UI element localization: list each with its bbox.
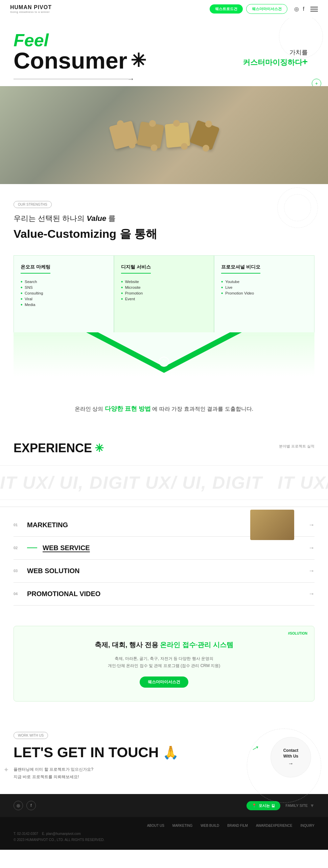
footer-social: ◎ f — [14, 801, 36, 810]
service-num-0: 01 — [14, 523, 27, 527]
card-item: Live — [221, 285, 307, 289]
footer-link-5[interactable]: INQUIRY — [301, 824, 315, 827]
service-name-1: WEB SERVICE — [43, 544, 308, 552]
strengths-deco-ring-inner — [284, 194, 311, 221]
contact-circle-arrow: → — [288, 761, 294, 767]
map-icon: 📍 — [252, 803, 257, 808]
solution-btn[interactable]: 웨스더마이서스건 — [140, 676, 188, 688]
clock-icon: ⏱ — [159, 357, 169, 367]
card-item: Microsite — [121, 285, 207, 289]
arrow-line — [14, 79, 128, 79]
hero-tagline: 가치를 커스터마이징하다+ — [243, 48, 308, 68]
arrow-icon-1: → — [308, 544, 314, 552]
arrow-icon-3: → — [308, 590, 314, 597]
service-list-item-3[interactable]: 04 PROMOTIONAL VIDEO → — [14, 583, 314, 606]
footer-link-0[interactable]: ABOUT US — [147, 824, 164, 827]
footer-link-3[interactable]: BRAND FILM — [227, 824, 248, 827]
header: HUMAN PIVOT Going steadiness to a winner… — [0, 0, 328, 18]
contact-circle[interactable]: ContactWith Us → — [271, 737, 311, 777]
strengths-badge: OUR STRENGTHS — [14, 201, 52, 208]
hero-arrow-line — [14, 79, 318, 79]
plus-icon: + — [315, 81, 318, 86]
experience-section: EXPERIENCE ✳ 분야별 프로젝트 실적 — [0, 431, 328, 459]
card-title-2: 프로모셔널 비디오 — [221, 264, 260, 274]
hero-asterisk: ✳ — [131, 51, 146, 70]
puzzle-visual — [112, 123, 216, 147]
footer-bottom: ABOUT US MARKETING WEB BUILD BRAND FILM … — [0, 817, 328, 850]
strengths-title1: 우리는 선택된 하나의 Value 를 — [14, 213, 314, 224]
card-item: Promotion Video — [221, 291, 307, 295]
footer-link-1[interactable]: MARKETING — [172, 824, 192, 827]
card-item: Viral — [21, 297, 107, 301]
strengths-title2: Value-Customizing 을 통해 — [14, 226, 314, 242]
puzzle-3 — [165, 122, 190, 148]
nav-btn-2[interactable]: 웨스더마이서스건 — [246, 4, 287, 14]
footer-link-4[interactable]: AWARD&EXPERIENCE — [256, 824, 292, 827]
card-list-2: Youtube Live Promotion Video — [221, 280, 307, 295]
hero-tagline-bottom: 커스터마이징하다+ — [243, 56, 308, 68]
dash-1 — [27, 547, 37, 548]
experience-star: ✳ — [95, 442, 104, 455]
footer-links: ABOUT US MARKETING WEB BUILD BRAND FILM … — [14, 824, 314, 827]
family-site-arrow[interactable]: ▼ — [310, 803, 314, 808]
header-icons: ◎ f — [294, 6, 304, 12]
service-cards: 온오프 마케팅 Search SNS Consulting Viral Medi… — [14, 255, 314, 336]
service-list-item-0[interactable]: 01 MARKETING → — [14, 514, 314, 537]
nav-btn-1[interactable]: 웨스트로드건 — [210, 4, 243, 14]
hero-consumer-text: Consumer — [14, 49, 127, 72]
card-title-1: 디지털 서비스 — [121, 264, 151, 274]
solution-desc: 축제, 마라톤, 골기, 축구, 자전거 등 다양한 행사 운영의 개인·단체 … — [24, 655, 304, 670]
service-name-2: WEB SOLUTION — [27, 567, 308, 575]
service-image-0 — [250, 510, 294, 540]
hamburger-menu[interactable] — [310, 7, 318, 11]
footer-visit-btn[interactable]: 📍 오시는 길 — [247, 801, 280, 810]
card-item: Youtube — [221, 280, 307, 284]
cards-bottom-arrow: ⏱ — [14, 332, 314, 376]
arrow-icon-2: → — [308, 567, 314, 575]
card-list-1: Website Microsite Promotion Event — [121, 280, 207, 301]
experience-subtitle: 분야별 프로젝트 실적 — [279, 444, 314, 449]
service-card-0: 온오프 마케팅 Search SNS Consulting Viral Medi… — [14, 255, 114, 336]
service-name-3: PROMOTIONAL VIDEO — [27, 590, 308, 598]
logo-area: HUMAN PIVOT Going steadiness to a winner — [10, 4, 52, 14]
service-list-item-1[interactable]: 02 WEB SERVICE → — [14, 537, 314, 560]
solution-section: #SOLUTION 축제, 대회, 행사 전용 온라인 접수·관리 시스템 축제… — [14, 626, 314, 701]
footer-instagram-icon[interactable]: ◎ — [14, 801, 23, 810]
contact-circle-text: ContactWith Us — [283, 748, 299, 759]
scrolling-text: IT UX/ UI, DIGIT UX/ UI, DIGIT — [0, 473, 262, 493]
footer-family-site: FAMILY SITE ▼ — [286, 803, 314, 808]
footer-facebook-icon[interactable]: f — [26, 801, 36, 810]
expression-section: 온라인 상의 다양한 표현 방법 에 따라 가장 효과적인 결과를 도출합니다. — [0, 386, 328, 431]
service-list: 01 MARKETING → 02 WEB SERVICE → 03 WEB S… — [0, 507, 328, 612]
instagram-icon[interactable]: ◎ — [294, 6, 299, 12]
strengths-section: OUR STRENGTHS 우리는 선택된 하나의 Value 를 Value-… — [0, 184, 328, 386]
service-num-3: 04 — [14, 592, 27, 596]
logo: HUMAN PIVOT — [10, 4, 52, 10]
hero-tagline-top: 가치를 — [243, 48, 308, 56]
arrow-icon-0: → — [308, 521, 314, 529]
footer-info-text: T. 02-3142-0307 E. plan@humanpivot.com ©… — [14, 831, 104, 843]
scrolling-text-wrapper: IT UX/ UI, DIGIT UX/ UI, DIGIT IT UX/ UI… — [0, 465, 328, 500]
solution-title: 축제, 대회, 행사 전용 온라인 접수·관리 시스템 — [24, 640, 304, 650]
card-item: Consulting — [21, 291, 107, 295]
header-nav: 웨스트로드건 웨스더마이서스건 ◎ f — [210, 4, 318, 14]
solution-badge: #SOLUTION — [288, 632, 307, 635]
service-card-2: 프로모셔널 비디오 Youtube Live Promotion Video — [214, 255, 314, 336]
card-item: SNS — [21, 285, 107, 289]
hero-feel: Feel — [14, 31, 318, 49]
service-num-1: 02 — [14, 546, 27, 550]
solution-title-highlight: 온라인 접수·관리 시스템 — [160, 641, 233, 648]
facebook-icon[interactable]: f — [303, 6, 304, 12]
puzzle-2 — [137, 121, 164, 149]
card-list-0: Search SNS Consulting Viral Media — [21, 280, 107, 307]
touch-emoji: 🙏 — [163, 745, 179, 760]
service-card-1: 디지털 서비스 Website Microsite Promotion Even… — [114, 255, 214, 336]
experience-title: EXPERIENCE ✳ — [14, 441, 314, 455]
footer-link-2[interactable]: WEB BUILD — [201, 824, 219, 827]
tagline-dot: + — [302, 56, 308, 67]
scrolling-text-2: IT UX/ UI, DIGIT UX/ UI, DIGIT — [278, 473, 328, 493]
work-with-us-badge: WORK WITH US — [14, 732, 48, 739]
expression-text: 온라인 상의 다양한 표현 방법 에 따라 가장 효과적인 결과를 도출합니다. — [14, 403, 314, 414]
hero-section: Feel Consumer ✳ 가치를 커스터마이징하다+ + — [0, 18, 328, 86]
service-list-item-2[interactable]: 03 WEB SOLUTION → — [14, 560, 314, 583]
